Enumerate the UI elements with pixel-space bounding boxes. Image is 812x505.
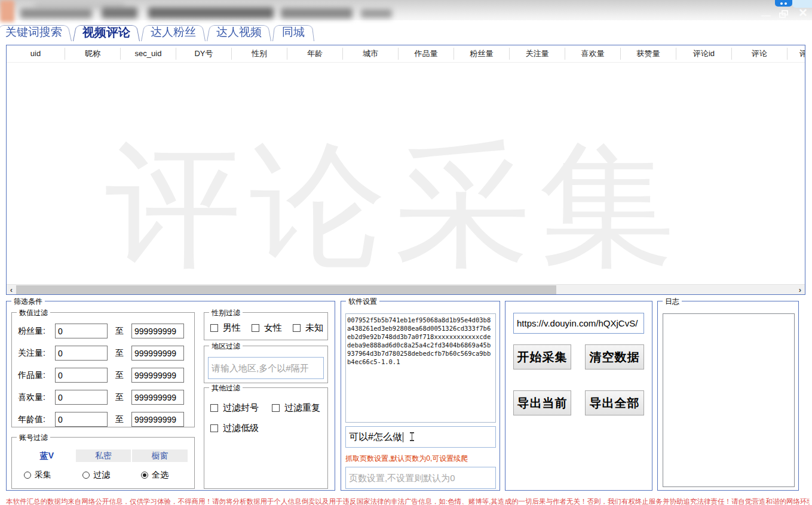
column-header-sec-uid: sec_uid (120, 48, 176, 60)
column-header-uid: uid (7, 48, 65, 60)
checkbox-icon (210, 424, 218, 432)
to-label: 至 (108, 392, 131, 403)
video-url-input[interactable] (513, 313, 644, 334)
checkbox-icon (272, 404, 280, 412)
column-header-likes: 喜欢量 (565, 48, 620, 60)
actions-group: 开始采集 清空数据 导出当前 导出全部 (505, 301, 652, 491)
segment-private[interactable]: 私密 (76, 449, 131, 462)
table-body-empty: 评论采集 (7, 62, 805, 284)
checkbox-unknown[interactable]: 未知 (293, 322, 323, 334)
minimize-button[interactable]: — (761, 13, 771, 19)
scroll-right-arrow-icon[interactable]: › (795, 285, 805, 295)
keyword-input-value: 可以#怎么做 (349, 431, 402, 444)
age-min-input[interactable] (55, 412, 108, 427)
pages-hint-text: 抓取页数设置,默认页数为0,可设置续爬 (345, 454, 468, 464)
disclaimer-text: 本软件汇总的数据均来自网络公开信息，仅供学习体验，不得商用！请勿将分析数据用于个… (6, 497, 810, 505)
segment-blue-v[interactable]: 蓝V (19, 449, 75, 462)
account-type-segments: 蓝V 私密 橱窗 (19, 449, 189, 462)
checkbox-filter-banned[interactable]: 过滤封号 (210, 402, 259, 414)
checkbox-icon (293, 324, 301, 332)
column-header-praised: 获赞量 (620, 48, 676, 60)
likes-max-input[interactable] (131, 390, 184, 405)
likes-min-input[interactable] (55, 390, 108, 405)
checkbox-filter-banned-label: 过滤封号 (223, 402, 259, 414)
horizontal-scrollbar[interactable]: ‹ › (7, 284, 805, 295)
export-current-button[interactable]: 导出当前 (513, 390, 571, 415)
checkbox-icon (210, 404, 218, 412)
likes-count-filter-row: 喜欢量: 至 (12, 386, 194, 408)
checkbox-female[interactable]: 女性 (252, 322, 282, 334)
close-button[interactable]: ✕ (796, 6, 810, 20)
radio-collect[interactable]: 采集 (24, 470, 51, 481)
account-filter-group: 账号过滤 蓝V 私密 橱窗 采集 过滤 全选 (11, 437, 195, 489)
redacted-title-text (361, 9, 392, 18)
following-count-label: 关注量: (18, 348, 55, 359)
window-controls: — ✕ (761, 6, 810, 20)
checkbox-filter-lowgrade[interactable]: 过滤低级 (210, 423, 259, 434)
redacted-title-text (281, 8, 353, 19)
works-count-label: 作品量: (18, 370, 55, 381)
tab-keyword-search[interactable]: 关键词搜索 (0, 23, 72, 41)
radio-collect-label: 采集 (35, 470, 51, 481)
checkbox-male[interactable]: 男性 (210, 322, 241, 334)
license-key-textarea[interactable]: 007952f5b5b741eb1ef95068a8d1b95e4d03b8a4… (345, 313, 496, 423)
checkbox-filter-duplicate-label: 过滤重复 (284, 402, 320, 414)
radio-select-all-label: 全选 (152, 470, 168, 481)
likes-count-label: 喜欢量: (18, 392, 55, 403)
fans-max-input[interactable] (131, 324, 184, 338)
tab-video-comments[interactable]: 视频评论 (73, 23, 140, 41)
column-header-city: 城市 (342, 48, 398, 60)
column-header-comment-id: 评论id (676, 48, 731, 60)
to-label: 至 (108, 326, 131, 337)
checkbox-female-label: 女性 (264, 322, 282, 334)
column-header-comment: 评论 (731, 48, 787, 60)
radio-filter[interactable]: 过滤 (82, 470, 110, 481)
table-header-row: uid 昵称 sec_uid DY号 性别 年龄 城市 作品量 粉丝量 关注量 … (7, 45, 805, 62)
radio-icon (24, 472, 31, 479)
tab-creator-videos[interactable]: 达人视频 (207, 23, 271, 41)
checkbox-filter-duplicate[interactable]: 过滤重复 (272, 402, 320, 414)
works-min-input[interactable] (55, 368, 108, 383)
segment-showcase[interactable]: 橱窗 (132, 449, 188, 462)
restore-button[interactable] (779, 10, 788, 18)
column-header-following: 关注量 (509, 48, 565, 60)
app-window: — ✕ 关键词搜索 视频评论 达人粉丝 达人视频 同城 uid 昵称 sec_u… (0, 0, 812, 505)
column-header-gender: 性别 (231, 48, 287, 60)
checkbox-male-label: 男性 (223, 322, 241, 334)
redacted-title-text (102, 7, 137, 19)
log-group: 日志 (657, 301, 799, 491)
column-header-fans: 粉丝量 (454, 48, 509, 60)
fans-min-input[interactable] (55, 324, 108, 338)
radio-select-all[interactable]: 全选 (141, 470, 168, 481)
region-input[interactable] (208, 357, 324, 379)
scroll-left-arrow-icon[interactable]: ‹ (7, 285, 16, 295)
column-header-age: 年龄 (287, 48, 342, 60)
keyword-input[interactable]: 可以#怎么做 (345, 426, 496, 448)
age-value-label: 年龄值: (18, 414, 55, 425)
gender-filter-group: 性别过滤 男性 女性 未知 (204, 312, 328, 340)
results-table: uid 昵称 sec_uid DY号 性别 年龄 城市 作品量 粉丝量 关注量 … (6, 45, 805, 295)
pages-count-input[interactable] (345, 467, 496, 489)
to-label: 至 (108, 370, 131, 381)
account-filter-title: 账号过滤 (17, 433, 50, 443)
tab-same-city[interactable]: 同城 (272, 23, 314, 41)
age-max-input[interactable] (131, 412, 184, 427)
log-title: 日志 (663, 297, 682, 307)
radio-icon (82, 472, 90, 479)
works-max-input[interactable] (131, 368, 184, 383)
following-min-input[interactable] (55, 346, 108, 361)
export-all-button[interactable]: 导出全部 (585, 390, 644, 415)
clear-data-button[interactable]: 清空数据 (585, 344, 644, 369)
tab-creator-fans[interactable]: 达人粉丝 (141, 23, 206, 41)
start-collect-button[interactable]: 开始采集 (513, 344, 571, 369)
region-filter-group: 地区过滤 (204, 346, 328, 383)
log-listbox[interactable] (663, 313, 795, 487)
column-header-nickname: 昵称 (65, 48, 120, 60)
to-label: 至 (108, 348, 131, 359)
scrollbar-thumb[interactable] (16, 285, 556, 294)
checkbox-icon (252, 324, 259, 332)
checkbox-icon (210, 324, 218, 332)
following-max-input[interactable] (131, 346, 184, 361)
following-count-filter-row: 关注量: 至 (12, 342, 194, 364)
software-settings-group: 软件设置 007952f5b5b741eb1ef95068a8d1b95e4d0… (341, 301, 500, 491)
